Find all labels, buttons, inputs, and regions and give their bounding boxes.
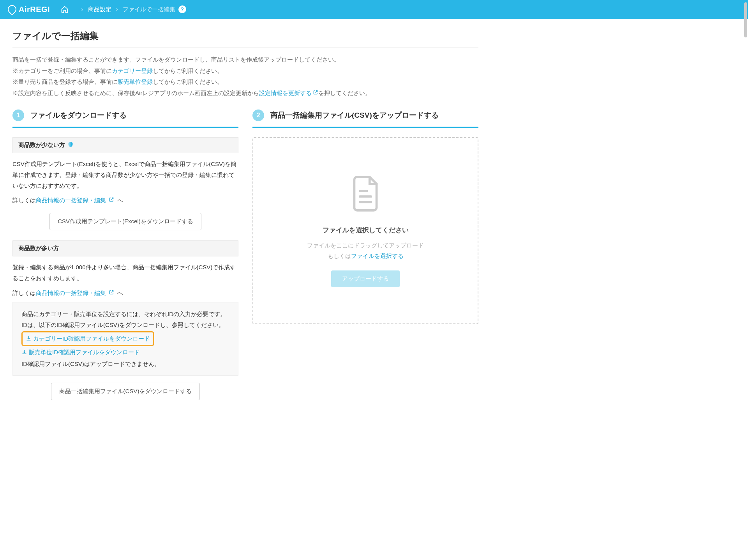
- logo-icon: [6, 3, 18, 15]
- brand-logo[interactable]: AirREGI: [8, 5, 50, 14]
- info-line: IDは、以下のID確認用ファイル(CSV)をダウンロードし、参照してください。: [21, 320, 229, 330]
- link-unit-register[interactable]: 販売単位登録: [118, 78, 153, 85]
- step-number-badge: 2: [252, 110, 264, 121]
- download-category-id-file[interactable]: カテゴリーID確認用ファイルをダウンロード: [26, 333, 150, 344]
- step2-title: 商品一括編集用ファイル(CSV)をアップロードする: [270, 110, 439, 120]
- upload-button[interactable]: アップロードする: [331, 270, 400, 287]
- highlighted-download-link: カテゴリーID確認用ファイルをダウンロード: [21, 331, 154, 346]
- file-icon: [348, 174, 383, 215]
- download-unit-id-file[interactable]: 販売単位ID確認用ファイルをダウンロード: [21, 347, 140, 358]
- many-detail-line: 詳しくは商品情報の一括登録・編集 へ: [12, 288, 238, 299]
- brand-text: AirREGI: [19, 5, 50, 14]
- many-desc: 登録・編集する商品が1,000件より多い場合、商品一括編集用ファイル(CSV)で…: [12, 262, 238, 284]
- intro-line: 商品を一括で登録・編集することができます。ファイルをダウンロードし、商品リストを…: [12, 54, 478, 65]
- upload-dropzone[interactable]: ファイルを選択してください ファイルをここにドラッグしてアップロード もしくはフ…: [252, 137, 478, 324]
- intro-line: ※設定内容を正しく反映させるために、保存後Airレジアプリのホーム画面左上の設定…: [12, 88, 478, 99]
- few-desc: CSV作成用テンプレート(Excel)を使うと、Excelで商品一括編集用ファイ…: [12, 159, 238, 191]
- link-bulk-edit-help-2[interactable]: 商品情報の一括登録・編集: [36, 290, 114, 296]
- shield-icon: [67, 141, 74, 149]
- breadcrumb-l1[interactable]: 商品設定: [88, 6, 111, 13]
- scrollbar-thumb[interactable]: [744, 2, 747, 37]
- link-update-settings[interactable]: 設定情報を更新する: [259, 90, 318, 96]
- many-products-bar: 商品数が多い方: [12, 240, 238, 256]
- intro-line: ※量り売り商品を登録する場合、事前に販売単位登録してからご利用ください。: [12, 76, 478, 88]
- step1-header: 1 ファイルをダウンロードする: [12, 110, 238, 128]
- app-header: AirREGI › 商品設定 › ファイルで一括編集 ?: [0, 0, 748, 19]
- link-category-register[interactable]: カテゴリー登録: [112, 67, 153, 74]
- step-number-badge: 1: [12, 110, 24, 121]
- page-title: ファイルで一括編集: [12, 30, 478, 48]
- home-icon[interactable]: [61, 5, 69, 13]
- upload-subtitle: ファイルをここにドラッグしてアップロード もしくはファイルを選択する: [307, 240, 424, 261]
- upload-title: ファイルを選択してください: [323, 226, 409, 235]
- few-products-bar: 商品数が少ない方: [12, 137, 238, 153]
- step1-title: ファイルをダウンロードする: [30, 110, 127, 120]
- breadcrumb-l2: ファイルで一括編集: [123, 6, 175, 13]
- chevron-right-icon: ›: [116, 6, 118, 13]
- step2-column: 2 商品一括編集用ファイル(CSV)をアップロードする ファイルを選択してくださ…: [252, 110, 478, 410]
- file-select-link[interactable]: ファイルを選択する: [351, 253, 404, 259]
- intro-block: 商品を一括で登録・編集することができます。ファイルをダウンロードし、商品リストを…: [12, 54, 478, 99]
- step2-header: 2 商品一括編集用ファイル(CSV)をアップロードする: [252, 110, 478, 128]
- info-line: ID確認用ファイル(CSV)はアップロードできません。: [21, 359, 229, 369]
- download-excel-template-button[interactable]: CSV作成用テンプレート(Excel)をダウンロードする: [49, 213, 201, 230]
- step1-column: 1 ファイルをダウンロードする 商品数が少ない方 CSV作成用テンプレート(Ex…: [12, 110, 238, 410]
- link-bulk-edit-help[interactable]: 商品情報の一括登録・編集: [36, 197, 114, 203]
- info-line: 商品にカテゴリー・販売単位を設定するには、それぞれIDの入力が必要です。: [21, 309, 229, 320]
- few-detail-line: 詳しくは商品情報の一括登録・編集 へ: [12, 195, 238, 206]
- id-info-box: 商品にカテゴリー・販売単位を設定するには、それぞれIDの入力が必要です。 IDは…: [12, 302, 238, 376]
- intro-line: ※カテゴリーをご利用の場合、事前にカテゴリー登録してからご利用ください。: [12, 65, 478, 77]
- download-csv-button[interactable]: 商品一括編集用ファイル(CSV)をダウンロードする: [51, 383, 200, 400]
- chevron-right-icon: ›: [81, 6, 83, 13]
- help-icon[interactable]: ?: [178, 5, 186, 13]
